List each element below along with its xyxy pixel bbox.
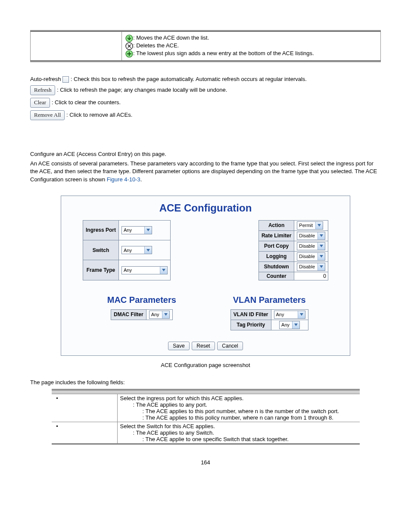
row1-b: : The ACE applies to this port number, w…	[120, 408, 357, 414]
chevron-down-icon	[144, 227, 152, 234]
body-p2: An ACE consists of several parameters. T…	[30, 160, 381, 184]
action-dropdown[interactable]: Permit	[297, 221, 323, 230]
vlan-id-filter-dropdown[interactable]: Any	[274, 311, 305, 319]
auto-refresh-checkbox[interactable]	[62, 76, 69, 83]
tag-priority-label: Tag Priority	[230, 320, 271, 330]
clear-button[interactable]: Clear	[30, 98, 50, 108]
logging-dropdown[interactable]: Disable	[297, 252, 325, 261]
left-config-table: Ingress Port Any Switch Any Frame Type A…	[83, 220, 171, 280]
mac-params-table: DMAC Filter Any	[111, 309, 173, 320]
ingress-port-label: Ingress Port	[83, 220, 119, 240]
shutdown-dropdown[interactable]: Disable	[297, 263, 325, 271]
chevron-down-icon	[318, 263, 325, 271]
chevron-down-icon	[162, 311, 169, 318]
counter-value: 0	[294, 272, 328, 280]
vlan-params-heading: VLAN Parameters	[210, 295, 328, 305]
port-copy-dropdown[interactable]: Disable	[297, 242, 325, 250]
clear-text: : Click to clear the counters.	[52, 99, 121, 106]
refresh-text: : Click to refresh the page; any changes…	[57, 87, 227, 93]
add-icon	[125, 50, 133, 58]
shutdown-label: Shutdown	[258, 261, 294, 272]
ace-config-screenshot: ACE Configuration Ingress Port Any Switc…	[61, 196, 350, 356]
row2-b: : The ACE applie to one specific Switch …	[120, 436, 357, 442]
remove-all-button[interactable]: Remove All	[30, 110, 65, 120]
chevron-down-icon	[318, 243, 325, 250]
frame-type-label: Frame Type	[83, 260, 119, 280]
row1-intro: Select the ingress port for which this A…	[120, 395, 357, 401]
chevron-down-icon	[315, 222, 323, 229]
vlan-id-filter-label: VLAN ID Filter	[230, 309, 271, 320]
row2-a: : The ACE applies to any Switch.	[120, 429, 357, 436]
refresh-button[interactable]: Refresh	[30, 85, 55, 95]
move-down-desc: : Moves the ACE down the list.	[133, 34, 209, 41]
reset-button[interactable]: Reset	[192, 342, 215, 350]
counter-label: Counter	[258, 272, 294, 280]
right-config-table: Action Permit Rate Limiter Disable Port …	[258, 220, 328, 280]
chevron-down-icon	[298, 311, 305, 318]
figure-link[interactable]: Figure 4-10-3	[107, 176, 140, 183]
chevron-down-icon	[318, 253, 325, 260]
ingress-port-dropdown[interactable]: Any	[121, 226, 152, 234]
action-label: Action	[258, 220, 294, 230]
ace-config-title: ACE Configuration	[61, 202, 350, 214]
add-desc: : The lowest plus sign adds a new entry …	[133, 50, 314, 56]
switch-dropdown[interactable]: Any	[121, 246, 152, 254]
screenshot-caption: ACE Configuration page screenshot	[30, 362, 381, 368]
icon-table-descriptions: : Moves the ACE down the list. : Deletes…	[122, 32, 381, 61]
chevron-down-icon	[160, 267, 167, 274]
auto-refresh-text: : Check this box to refresh the page aut…	[71, 76, 307, 82]
mac-params-heading: MAC Parameters	[83, 295, 201, 305]
row1-a: : The ACE applies to any port.	[120, 401, 357, 408]
save-button[interactable]: Save	[168, 342, 189, 350]
frame-type-dropdown[interactable]: Any	[121, 266, 168, 274]
chevron-down-icon	[292, 321, 299, 329]
chevron-down-icon	[318, 232, 325, 240]
delete-icon	[125, 42, 133, 50]
vlan-params-table: VLAN ID Filter Any Tag Priority Any	[230, 309, 308, 330]
switch-label: Switch	[83, 240, 119, 260]
row2-intro: Select the Switch for this ACE applies.	[120, 423, 357, 429]
row1-c: : The ACE applies to this policy number,…	[120, 414, 357, 421]
delete-desc: : Deletes the ACE.	[133, 42, 179, 49]
rate-limiter-dropdown[interactable]: Disable	[297, 232, 325, 240]
rate-limiter-label: Rate Limiter	[258, 230, 294, 241]
dmac-filter-dropdown[interactable]: Any	[149, 311, 170, 319]
auto-refresh-label: Auto-refresh	[30, 76, 62, 82]
logging-label: Logging	[258, 251, 294, 261]
icon-table-left-empty	[31, 32, 122, 61]
chevron-down-icon	[144, 246, 152, 254]
remove-all-text: : Click to remove all ACEs.	[66, 112, 132, 118]
fields-table: • Select the ingress port for which this…	[52, 389, 360, 443]
tag-priority-dropdown[interactable]: Any	[279, 321, 300, 329]
page-number: 164	[30, 459, 381, 466]
fields-intro: The page includes the following fields:	[30, 379, 381, 386]
move-down-icon	[125, 34, 133, 42]
port-copy-label: Port Copy	[258, 241, 294, 251]
body-p1: Configure an ACE (Access Control Entry) …	[30, 150, 381, 158]
dmac-filter-label: DMAC Filter	[111, 309, 146, 320]
cancel-button[interactable]: Cancel	[217, 342, 243, 350]
